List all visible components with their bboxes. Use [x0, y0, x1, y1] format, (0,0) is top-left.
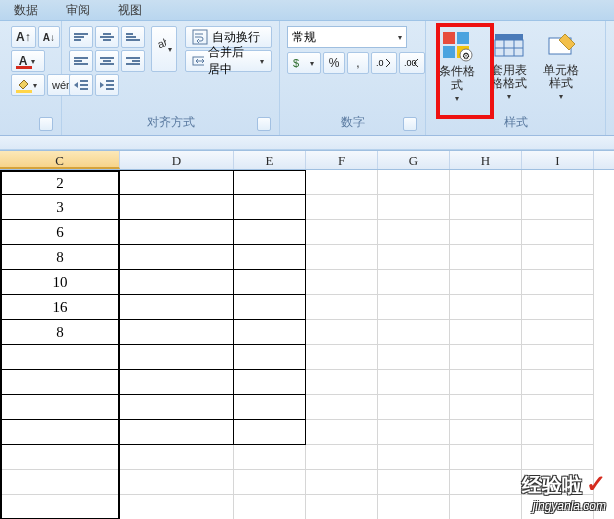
- cell[interactable]: [306, 495, 378, 519]
- format-as-table-button[interactable]: 套用表格格式 ▾: [484, 25, 534, 106]
- cell[interactable]: [522, 320, 594, 345]
- cell[interactable]: [378, 220, 450, 245]
- cell[interactable]: [450, 395, 522, 420]
- cell[interactable]: [234, 370, 306, 395]
- cell[interactable]: [306, 445, 378, 470]
- align-group-launcher[interactable]: [257, 117, 271, 131]
- cell[interactable]: [522, 395, 594, 420]
- cell[interactable]: [0, 370, 120, 395]
- cell[interactable]: [0, 495, 120, 519]
- cell[interactable]: [306, 220, 378, 245]
- cell[interactable]: [522, 345, 594, 370]
- comma-format-button[interactable]: ,: [347, 52, 369, 74]
- cell[interactable]: [450, 195, 522, 220]
- merge-center-button[interactable]: 合并后居中 ▾: [185, 50, 272, 72]
- cell[interactable]: [120, 170, 234, 195]
- cell[interactable]: 6: [0, 220, 120, 245]
- cell[interactable]: [522, 245, 594, 270]
- cell[interactable]: [522, 295, 594, 320]
- cell[interactable]: [378, 445, 450, 470]
- cell[interactable]: [234, 445, 306, 470]
- cell[interactable]: [234, 270, 306, 295]
- cell[interactable]: [0, 395, 120, 420]
- cell[interactable]: [306, 320, 378, 345]
- cell[interactable]: [378, 320, 450, 345]
- cell[interactable]: [120, 320, 234, 345]
- column-header[interactable]: D: [120, 151, 234, 169]
- cell[interactable]: [378, 395, 450, 420]
- cell[interactable]: [522, 270, 594, 295]
- cell[interactable]: [120, 195, 234, 220]
- decrease-indent-button[interactable]: [69, 74, 93, 96]
- cell[interactable]: [120, 395, 234, 420]
- cell[interactable]: [450, 495, 522, 519]
- cell[interactable]: [234, 345, 306, 370]
- font-color-button[interactable]: A▾: [11, 50, 45, 72]
- cell[interactable]: [306, 345, 378, 370]
- cell[interactable]: [306, 470, 378, 495]
- cell[interactable]: [522, 445, 594, 470]
- column-header[interactable]: G: [378, 151, 450, 169]
- cell[interactable]: [120, 495, 234, 519]
- cell[interactable]: [378, 370, 450, 395]
- cell[interactable]: [450, 420, 522, 445]
- cell-styles-button[interactable]: 单元格样式 ▾: [536, 25, 586, 106]
- font-group-launcher[interactable]: [39, 117, 53, 131]
- cell[interactable]: 8: [0, 245, 120, 270]
- cell[interactable]: [522, 220, 594, 245]
- cell[interactable]: [0, 470, 120, 495]
- decrease-decimal-button[interactable]: .00: [399, 52, 425, 74]
- cell[interactable]: 2: [0, 170, 120, 195]
- align-center-button[interactable]: [95, 50, 119, 72]
- cell[interactable]: [120, 220, 234, 245]
- cell[interactable]: [450, 445, 522, 470]
- cell[interactable]: [450, 370, 522, 395]
- cell[interactable]: [0, 420, 120, 445]
- cell[interactable]: [450, 345, 522, 370]
- cell[interactable]: 3: [0, 195, 120, 220]
- cell[interactable]: [378, 470, 450, 495]
- cell[interactable]: [450, 270, 522, 295]
- fill-color-button[interactable]: ▾: [11, 74, 45, 96]
- increase-font-button[interactable]: A↑: [11, 26, 36, 48]
- column-header[interactable]: H: [450, 151, 522, 169]
- cell[interactable]: [0, 345, 120, 370]
- number-group-launcher[interactable]: [403, 117, 417, 131]
- cell[interactable]: 16: [0, 295, 120, 320]
- grid-body[interactable]: 236810168: [0, 170, 614, 519]
- cell[interactable]: [120, 270, 234, 295]
- cell[interactable]: [522, 370, 594, 395]
- number-format-combo[interactable]: 常规 ▾: [287, 26, 407, 48]
- cell[interactable]: [378, 495, 450, 519]
- cell[interactable]: [306, 195, 378, 220]
- cell[interactable]: [234, 420, 306, 445]
- cell[interactable]: 10: [0, 270, 120, 295]
- column-header[interactable]: I: [522, 151, 594, 169]
- cell[interactable]: [378, 345, 450, 370]
- cell[interactable]: [234, 195, 306, 220]
- cell[interactable]: [522, 170, 594, 195]
- increase-indent-button[interactable]: [95, 74, 119, 96]
- cell[interactable]: [450, 245, 522, 270]
- cell[interactable]: [450, 320, 522, 345]
- cell[interactable]: [378, 195, 450, 220]
- cell[interactable]: [234, 295, 306, 320]
- tab-view[interactable]: 视图: [104, 2, 156, 19]
- cell[interactable]: [306, 395, 378, 420]
- column-header[interactable]: C: [0, 151, 120, 169]
- cell[interactable]: [234, 395, 306, 420]
- cell[interactable]: [234, 245, 306, 270]
- cell[interactable]: [522, 420, 594, 445]
- cell[interactable]: [450, 470, 522, 495]
- orientation-button[interactable]: ab ▾: [151, 26, 177, 72]
- cell[interactable]: [378, 270, 450, 295]
- cell[interactable]: [120, 345, 234, 370]
- cell[interactable]: [306, 370, 378, 395]
- cell[interactable]: [378, 295, 450, 320]
- cell[interactable]: [450, 220, 522, 245]
- cell[interactable]: [450, 295, 522, 320]
- cell[interactable]: [120, 420, 234, 445]
- cell[interactable]: [522, 470, 594, 495]
- cell[interactable]: [306, 245, 378, 270]
- cell[interactable]: [306, 270, 378, 295]
